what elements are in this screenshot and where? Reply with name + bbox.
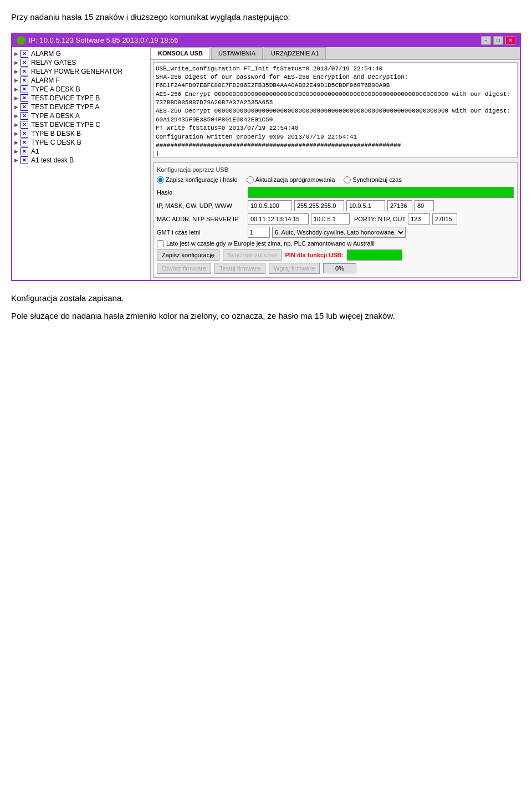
radio-update-input[interactable] (247, 176, 254, 184)
tab-konsola-usb[interactable]: KONSOLA USB (151, 47, 210, 59)
sidebar-arrow: ▶ (14, 86, 19, 92)
sidebar-item-12[interactable]: ▶✕A1 test desk B (12, 156, 150, 165)
radio-save-label: Zapisz konfigurację i hasło (166, 176, 238, 183)
console-line: AES-256 Decrypt 000000000000000000000000… (156, 107, 515, 115)
pin-label: PIN dla funkcji USB: (285, 252, 344, 258)
australia-checkbox[interactable] (157, 240, 164, 247)
sidebar-icon: ✕ (21, 103, 28, 111)
conclusion-2: Pole służące do nadania hasła zmieniło k… (11, 310, 521, 323)
sidebar-arrow: ▶ (14, 122, 19, 128)
sidebar-icon: ✕ (21, 139, 28, 146)
ip-input[interactable] (248, 200, 292, 211)
sidebar-arrow: ▶ (14, 78, 19, 83)
mask-input[interactable] (294, 200, 344, 211)
app-body: ▶✕ALARM G▶✕RELAY GATES▶✕RELAY POWER GENE… (12, 47, 520, 280)
upload-firmware-button[interactable]: Wgraj firmware (269, 263, 320, 274)
sidebar-item-10[interactable]: ▶✕TYPE C DESK B (12, 138, 150, 147)
udp-input[interactable] (387, 200, 412, 211)
tab-ustawienia[interactable]: USTAWIENIA (211, 47, 263, 59)
radio-sync[interactable]: Synchronizuj czas (344, 176, 402, 184)
sync-time-button[interactable]: Synchronizuj czas (223, 249, 282, 261)
console-line: SHA-256 Digest of our password for AES-2… (156, 73, 515, 81)
title-bar-controls: − □ ✕ (481, 36, 515, 45)
sidebar-item-0[interactable]: ▶✕ALARM G (12, 49, 150, 58)
sidebar-arrow: ▶ (14, 60, 19, 65)
ip-row: IP, MASK, GW, UDP, WWW (157, 200, 514, 211)
config-section: Konfiguracja poprzez USB Zapisz konfigur… (153, 162, 518, 278)
sidebar-item-1[interactable]: ▶✕RELAY GATES (12, 58, 150, 67)
console-line: FT_Write ftStatus=0 2013/07/19 22:54:40 (156, 124, 515, 133)
open-firmware-button[interactable]: Otwórz firmware (157, 263, 211, 274)
sidebar-item-6[interactable]: ▶✕TEST DEVICE TYPE A (12, 103, 150, 111)
out-port-input[interactable] (432, 213, 457, 225)
ntp-port-input[interactable] (408, 213, 430, 225)
app-icon (17, 36, 25, 45)
console-line: Configuration written properly 0x99 2013… (156, 133, 515, 141)
timezone-select[interactable]: 6. Autc, Wschody cywilne. Lato honorowan… (272, 227, 406, 238)
tab-urzadzenie-a1[interactable]: URZĄDZENIE A1 (264, 47, 326, 59)
progress-value: 0% (323, 263, 356, 273)
sidebar-label: TYPE B DESK B (31, 130, 81, 137)
console-line: AES-256 Encrypt 000000000000000000000000… (156, 90, 515, 99)
ports-label: PORTY: NTP, OUT (354, 216, 406, 222)
radio-save-input[interactable] (157, 176, 164, 184)
sidebar-item-9[interactable]: ▶✕TYPE B DESK B (12, 129, 150, 138)
sidebar-arrow: ▶ (14, 140, 19, 145)
main-content: KONSOLA USB USTAWIENIA URZĄDZENIE A1 USB… (151, 47, 520, 280)
sidebar-item-7[interactable]: ▶✕TYPE A DESK A (12, 111, 150, 120)
sidebar-icon: ✕ (21, 130, 28, 137)
gw-input[interactable] (346, 200, 385, 211)
title-bar: IP: 10.0.5.123 Software 5.85 2013.07.19 … (12, 34, 520, 47)
console-line: 60A129435F9E38504F801E9042E01C50 (156, 116, 515, 124)
checkbox-label: Lato jest w czasie gdy w Europie jest zi… (166, 240, 375, 247)
sidebar-icon: ✕ (21, 156, 28, 164)
gmt-label: GMT i czas letni (157, 229, 245, 236)
sidebar-label: TEST DEVICE TYPE B (31, 94, 100, 102)
sidebar-item-8[interactable]: ▶✕TEST DEVICE TYPE C (12, 120, 150, 129)
sidebar-icon: ✕ (21, 50, 28, 58)
sidebar-label: RELAY GATES (31, 59, 76, 67)
radio-save[interactable]: Zapisz konfigurację i hasło (157, 176, 238, 184)
title-bar-left: IP: 10.0.5.123 Software 5.85 2013.07.19 … (17, 36, 178, 45)
sidebar-icon: ✕ (21, 147, 28, 155)
www-input[interactable] (415, 200, 434, 211)
sidebar-item-3[interactable]: ▶✕ALARM F (12, 76, 150, 85)
sidebar-label: RELAY POWER GENERATOR (31, 68, 122, 75)
button-row-2: Otwórz firmware Testuj firmware Wgraj fi… (157, 263, 514, 274)
intro-text: Przy nadaniu hasła 15 znaków i dłuższego… (11, 11, 521, 24)
sidebar-item-4[interactable]: ▶✕TYPE A DESK B (12, 85, 150, 94)
mac-row: MAC ADDR, NTP SERVER IP PORTY: NTP, OUT (157, 213, 514, 225)
app-window: IP: 10.0.5.123 Software 5.85 2013.07.19 … (11, 33, 521, 281)
minimize-button[interactable]: − (481, 36, 491, 45)
sidebar-label: ALARM F (31, 77, 60, 84)
mac-label: MAC ADDR, NTP SERVER IP (157, 216, 245, 222)
sidebar-label: TYPE A DESK A (31, 112, 80, 120)
password-row: Hasło (157, 187, 514, 198)
ntp-server-input[interactable] (311, 213, 350, 225)
console-line: F6D1F2A4FD07EBFC88C7FD286E2FB35DB4AA40AB… (156, 81, 515, 90)
sidebar-icon: ✕ (21, 77, 28, 84)
sidebar-arrow: ▶ (14, 131, 19, 136)
radio-row: Zapisz konfigurację i hasło Aktualizacja… (157, 176, 514, 184)
sidebar-arrow: ▶ (14, 149, 19, 154)
gmt-input[interactable] (248, 227, 270, 238)
sidebar-item-11[interactable]: ▶✕A1 (12, 147, 150, 156)
radio-update[interactable]: Aktualizacja oprogramowania (247, 176, 335, 184)
test-firmware-button[interactable]: Testuj firmware (214, 263, 265, 274)
sidebar-label: A1 test desk B (31, 156, 74, 164)
save-config-button[interactable]: Zapisz konfigurację (157, 249, 219, 261)
mac-input[interactable] (248, 213, 309, 225)
sidebar-label: ALARM G (31, 50, 61, 58)
sidebar-item-5[interactable]: ▶✕TEST DEVICE TYPE B (12, 94, 150, 103)
radio-sync-input[interactable] (344, 176, 351, 184)
maximize-button[interactable]: □ (493, 36, 503, 45)
pin-input[interactable] (347, 249, 402, 261)
sidebar-arrow: ▶ (14, 104, 19, 110)
close-button[interactable]: ✕ (505, 36, 515, 45)
window-title: IP: 10.0.5.123 Software 5.85 2013.07.19 … (29, 36, 178, 44)
password-input[interactable] (248, 187, 514, 198)
sidebar-icon: ✕ (21, 85, 28, 93)
sidebar-arrow: ▶ (14, 113, 19, 119)
sidebar-item-2[interactable]: ▶✕RELAY POWER GENERATOR (12, 67, 150, 76)
sidebar-arrow: ▶ (14, 157, 19, 163)
